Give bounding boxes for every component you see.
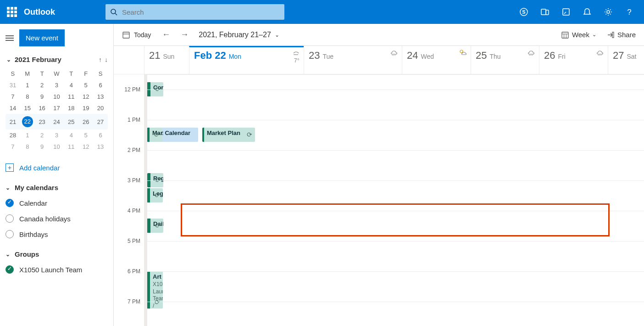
calendar-event[interactable]: Legal Round U⟳ <box>148 188 163 202</box>
mini-day-cell[interactable]: 13 <box>93 141 108 152</box>
add-calendar-button[interactable]: + Add calendar <box>6 163 108 172</box>
next-week-button[interactable]: → <box>180 30 189 39</box>
share-button[interactable]: Share <box>606 31 636 39</box>
day-header[interactable]: 24Wed <box>402 46 471 74</box>
mini-day-cell[interactable]: 5 <box>78 129 93 141</box>
mini-day-cell[interactable]: 6 <box>93 129 108 141</box>
day-header[interactable]: 25Thu <box>471 46 539 74</box>
mini-day-cell[interactable]: 1 <box>20 79 35 91</box>
share-icon <box>606 31 615 39</box>
mini-day-cell[interactable]: 3 <box>50 129 64 141</box>
mini-day-cell[interactable]: 8 <box>20 141 35 152</box>
mini-day-cell[interactable]: 28 <box>6 129 20 141</box>
mini-day-cell[interactable]: 7 <box>6 141 20 152</box>
notes-icon[interactable] <box>561 7 571 17</box>
mini-day-cell[interactable]: 19 <box>78 102 93 114</box>
mini-day-cell[interactable]: 11 <box>64 91 78 102</box>
mini-day-cell[interactable]: 26 <box>78 114 93 129</box>
day-header[interactable]: Feb 22Mon7° <box>189 46 304 74</box>
checkbox-icon[interactable] <box>6 199 14 207</box>
checkbox-icon[interactable] <box>6 230 14 238</box>
calendar-event[interactable]: Regulartory Af⟳ <box>149 173 163 187</box>
mini-day-cell[interactable]: 12 <box>78 141 93 152</box>
calendar-event[interactable]: Market Plan R⟳ <box>148 128 162 142</box>
mini-day-cell[interactable]: 9 <box>35 141 50 152</box>
mini-calendar-header[interactable]: ⌄ 2021 February ↑ ↓ <box>6 56 108 63</box>
mini-day-cell[interactable]: 4 <box>64 79 78 91</box>
mini-next-button[interactable]: ↓ <box>105 56 108 63</box>
mini-day-cell[interactable]: 22 <box>20 114 35 129</box>
new-event-button[interactable]: New event <box>19 29 65 46</box>
mini-day-cell[interactable]: 21 <box>6 114 20 129</box>
mini-prev-button[interactable]: ↑ <box>99 56 102 63</box>
mini-day-cell[interactable]: 10 <box>50 91 64 102</box>
teams-icon[interactable] <box>540 7 550 17</box>
calendar-event[interactable]: Art ReviewX1050 Launch Team / X1050 Laun… <box>148 271 163 309</box>
help-icon[interactable]: ? <box>625 7 634 17</box>
date-range-picker[interactable]: 2021, February 21–27 ⌄ <box>199 31 279 39</box>
mini-day-cell[interactable]: 1 <box>20 129 35 141</box>
bell-icon[interactable] <box>583 7 592 17</box>
mini-day-cell[interactable]: 27 <box>93 114 108 129</box>
mini-day-cell[interactable]: 3 <box>50 79 64 91</box>
calendar-item[interactable]: Canada holidays <box>6 214 108 223</box>
chevron-down-icon: ⌄ <box>6 251 10 258</box>
mini-day-cell[interactable]: 5 <box>78 79 93 91</box>
mini-day-cell[interactable]: 8 <box>20 91 35 102</box>
mini-day-cell[interactable]: 2 <box>35 129 50 141</box>
mini-dow: F <box>78 68 93 79</box>
mini-day-cell[interactable]: 25 <box>64 114 78 129</box>
day-column[interactable] <box>147 74 147 326</box>
calendar-event[interactable]: Core Web Tea⟳ <box>149 82 163 96</box>
mini-day-cell[interactable]: 2 <box>35 79 50 91</box>
calendar-event[interactable]: Daily Regulatc⟳ <box>149 219 163 233</box>
calendar-item[interactable]: Calendar <box>6 199 108 207</box>
mini-day-cell[interactable]: 7 <box>6 91 20 102</box>
view-selector[interactable]: Week ⌄ <box>561 31 596 39</box>
mini-dow: T <box>64 68 78 79</box>
checkbox-icon[interactable] <box>6 265 14 274</box>
mini-day-cell[interactable]: 31 <box>6 79 20 91</box>
day-header[interactable]: 21Sun <box>144 46 189 74</box>
svg-rect-11 <box>562 32 568 38</box>
mini-day-cell[interactable]: 11 <box>64 141 78 152</box>
search-box[interactable] <box>105 4 284 20</box>
my-calendars-toggle[interactable]: ⌄ My calendars <box>6 184 108 191</box>
prev-week-button[interactable]: ← <box>162 30 170 39</box>
mini-day-cell[interactable]: 4 <box>64 129 78 141</box>
mini-day-cell[interactable]: 20 <box>93 102 108 114</box>
mini-day-cell[interactable]: 17 <box>50 102 64 114</box>
mini-calendar[interactable]: SMTWTFS311234567891011121314151617181920… <box>6 68 108 152</box>
mini-day-cell[interactable]: 6 <box>93 79 108 91</box>
svg-rect-9 <box>123 32 129 38</box>
svg-rect-4 <box>541 9 546 15</box>
mini-day-cell[interactable]: 9 <box>35 91 50 102</box>
hour-label: 2 PM <box>128 147 140 153</box>
day-header[interactable]: 26Fri <box>539 46 608 74</box>
date-range-label: 2021, February 21–27 <box>199 31 271 39</box>
mini-day-cell[interactable]: 15 <box>20 102 35 114</box>
mini-day-cell[interactable]: 18 <box>64 102 78 114</box>
mini-day-cell[interactable]: 10 <box>50 141 64 152</box>
calendar-item[interactable]: X1050 Launch Team <box>6 265 108 274</box>
day-header[interactable]: 23Tue <box>304 46 402 74</box>
hamburger-button[interactable] <box>6 35 14 41</box>
mini-day-cell[interactable]: 13 <box>93 91 108 102</box>
calendar-event[interactable]: Market Plan⟳ <box>202 128 255 142</box>
calendar-grid[interactable]: 12 PM1 PM2 PM3 PM4 PM5 PM6 PM7 PM Core W… <box>114 74 644 326</box>
checkbox-icon[interactable] <box>6 214 14 223</box>
mini-day-cell[interactable]: 16 <box>35 102 50 114</box>
calendar-item[interactable]: Birthdays <box>6 230 108 238</box>
mini-day-cell[interactable]: 14 <box>6 102 20 114</box>
mini-day-cell[interactable]: 12 <box>78 91 93 102</box>
mini-day-cell[interactable]: 23 <box>35 114 50 129</box>
today-button[interactable]: Today <box>122 31 151 39</box>
search-input[interactable] <box>122 8 280 16</box>
groups-toggle[interactable]: ⌄ Groups <box>6 250 108 258</box>
mini-day-cell[interactable]: 24 <box>50 114 64 129</box>
gear-icon[interactable] <box>604 7 613 17</box>
app-header: Outlook S ? <box>0 0 644 24</box>
app-launcher-button[interactable] <box>0 7 24 17</box>
skype-icon[interactable]: S <box>519 7 528 17</box>
day-header[interactable]: 27Sat <box>608 46 643 74</box>
